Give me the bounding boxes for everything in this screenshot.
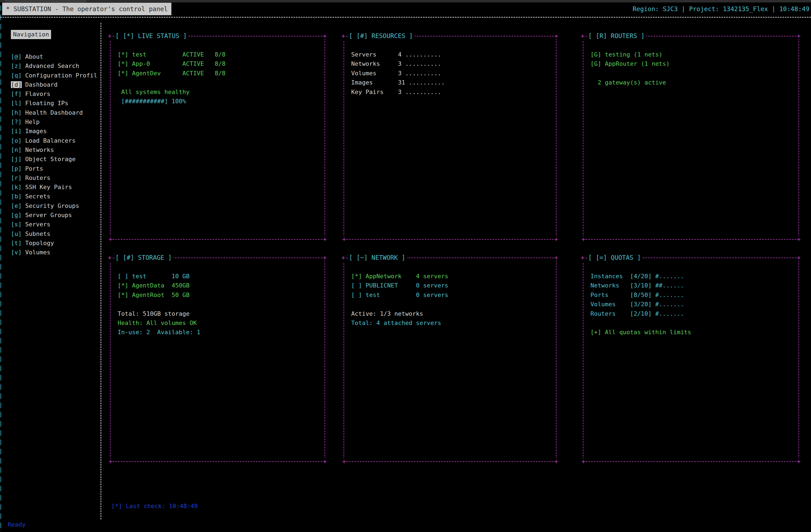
resource-count-row: Key Pairs 3 .......... xyxy=(351,88,556,97)
panel-quotas-title: [ [=] QUOTAS ] xyxy=(581,253,643,262)
shortcut-key: [i] xyxy=(11,128,22,135)
sidebar-item-advanced-search[interactable]: [z]Advanced Search xyxy=(11,61,100,71)
sidebar-item-label: Server Groups xyxy=(25,212,72,218)
shortcut-key: [e] xyxy=(11,202,22,209)
shortcut-key: [r] xyxy=(11,174,22,181)
sidebar-item-help[interactable]: [?]Help xyxy=(11,117,100,127)
router-row: [G] testing (1 nets) xyxy=(591,50,798,59)
sidebar-item-label: Object Storage xyxy=(25,156,76,163)
sidebar-header: Navigation xyxy=(11,30,51,39)
sidebar-item-label: SSH Key Pairs xyxy=(25,184,72,191)
health-progress-bar: [###########] 100% xyxy=(118,97,324,106)
panel-storage-body: [ ] test 10 GB [*] AgentData 450GB [*] A… xyxy=(110,258,324,337)
border-corner: + xyxy=(797,458,801,465)
shortcut-key: [h] xyxy=(11,109,22,116)
sidebar-item-label: Flavors xyxy=(25,90,50,97)
sidebar-item-label: Secrets xyxy=(25,193,50,200)
sidebar-item-label: Help xyxy=(25,119,40,125)
router-row: [G] AppRouter (1 nets) xyxy=(591,59,798,69)
border-corner: + xyxy=(797,255,801,261)
sidebar-item-routers[interactable]: [r]Routers xyxy=(11,173,100,183)
sidebar-item-load-balancers[interactable]: [o]Load Balancers xyxy=(11,136,100,146)
shortcut-key: [u] xyxy=(11,230,22,237)
sidebar-item-networks[interactable]: [n]Networks xyxy=(11,146,100,155)
sidebar-item-servers[interactable]: [s]Servers xyxy=(11,220,100,229)
border-corner: + xyxy=(323,255,327,261)
quota-row: Ports [8/50] #....... xyxy=(591,290,798,300)
network-total-summary: Total: 4 attached servers xyxy=(351,318,556,328)
sidebar-item-topology[interactable]: [t]Topology xyxy=(11,239,100,248)
panel-routers-body: [G] testing (1 nets) [G] AppRouter (1 ne… xyxy=(583,36,798,88)
sidebar-item-configuration-profiles[interactable]: [q]Configuration Profil xyxy=(11,71,100,80)
border-corner: + xyxy=(554,33,558,39)
resource-count-row: Networks 3 .......... xyxy=(351,59,556,69)
storage-usage: In-use: 2 Available: 1 xyxy=(118,328,324,337)
border-corner: + xyxy=(109,236,112,242)
sidebar-item-label: Topology xyxy=(25,240,54,246)
sidebar-item-server-groups[interactable]: [g]Server Groups xyxy=(11,211,100,220)
sidebar-item-dashboard[interactable]: [d]Dashboard xyxy=(11,80,100,89)
shortcut-key: [?] xyxy=(11,119,22,125)
resource-count-row: Volumes 3 .......... xyxy=(351,69,556,78)
shortcut-key: [g] xyxy=(11,212,22,218)
border-corner: + xyxy=(797,33,801,39)
sidebar-item-ssh-key-pairs[interactable]: [k]SSH Key Pairs xyxy=(11,183,100,192)
panel-resources: [ [#] RESOURCES ] + + + Servers 4 ......… xyxy=(343,36,556,240)
sidebar-item-floating-ips[interactable]: [l]Floating IPs xyxy=(11,98,100,108)
sidebar-item-object-storage[interactable]: [j]Object Storage xyxy=(11,155,100,164)
sidebar-item-label: Advanced Search xyxy=(25,62,79,69)
shortcut-key: [l] xyxy=(11,100,22,107)
sidebar-item-about[interactable]: [@]About xyxy=(11,52,100,61)
sidebar-item-security-groups[interactable]: [e]Security Groups xyxy=(11,201,100,211)
shortcut-key: [v] xyxy=(11,249,22,256)
health-summary: All systems healthy xyxy=(118,88,324,97)
sidebar-item-ports[interactable]: [p]Ports xyxy=(11,164,100,173)
sidebar-item-volumes[interactable]: [v]Volumes xyxy=(11,248,100,257)
sidebar-item-label: Health Dashboard xyxy=(25,109,83,116)
sidebar-item-label: Security Groups xyxy=(25,202,79,209)
panel-resources-title: [ [#] RESOURCES ] xyxy=(341,31,414,41)
shortcut-key: [q] xyxy=(11,72,22,79)
sidebar-item-label: Volumes xyxy=(25,249,50,256)
sidebar-separator xyxy=(101,23,101,519)
network-row: [ ] PUBLICNET 0 servers xyxy=(351,281,556,290)
sidebar-item-label: Load Balancers xyxy=(25,137,76,144)
quota-row: Instances [4/20] #....... xyxy=(591,272,798,281)
border-corner: + xyxy=(797,236,801,242)
panel-network-title: [ [~] NETWORK ] xyxy=(341,253,407,262)
server-status-row: [*] App-0 ACTIVE 8/8 xyxy=(118,59,324,69)
sidebar-item-label: Servers xyxy=(25,221,50,228)
border-corner: + xyxy=(554,255,558,261)
sidebar-item-images[interactable]: [i]Images xyxy=(11,127,100,136)
network-active-summary: Active: 1/3 networks xyxy=(351,309,556,318)
quota-row: Volumes [3/20] #....... xyxy=(591,300,798,309)
sidebar-item-secrets[interactable]: [b]Secrets xyxy=(11,192,100,201)
shortcut-key: [s] xyxy=(11,221,22,228)
shortcut-key: [@] xyxy=(11,53,22,60)
panel-live-status-body: [*] test ACTIVE 8/8 [*] App-0 ACTIVE 8/8… xyxy=(110,36,324,106)
sidebar-item-subnets[interactable]: [u]Subnets xyxy=(11,229,100,239)
shortcut-key: [n] xyxy=(11,147,22,153)
sidebar-item-label: Routers xyxy=(25,174,50,181)
volume-row: [ ] test 10 GB xyxy=(118,272,324,281)
shortcut-key: [z] xyxy=(11,62,22,69)
shortcut-key: [o] xyxy=(11,137,22,144)
shortcut-key-selected: [d] xyxy=(11,81,22,88)
sidebar-item-label: Images xyxy=(25,128,47,135)
sidebar-item-flavors[interactable]: [f]Flavors xyxy=(11,89,100,98)
shortcut-key: [b] xyxy=(11,193,22,200)
sidebar-item-label: Configuration Profil xyxy=(25,72,97,79)
network-row: [ ] test 0 servers xyxy=(351,290,556,300)
border-corner: + xyxy=(323,236,327,242)
panel-routers-title: [ [R] ROUTERS ] xyxy=(581,31,646,41)
quota-row: Networks [3/10] ##...... xyxy=(591,281,798,290)
border-corner: + xyxy=(554,458,558,465)
sidebar-item-label: Floating IPs xyxy=(25,100,68,107)
titlebar-separator xyxy=(0,17,811,18)
border-corner: + xyxy=(342,236,346,242)
border-corner: + xyxy=(109,458,112,465)
sidebar-item-label: Ports xyxy=(25,165,43,172)
sidebar-item-health-dashboard[interactable]: [h]Health Dashboard xyxy=(11,108,100,117)
panel-routers: [ [R] ROUTERS ] + + + [G] testing (1 net… xyxy=(583,36,799,240)
shortcut-key: [f] xyxy=(11,90,22,97)
